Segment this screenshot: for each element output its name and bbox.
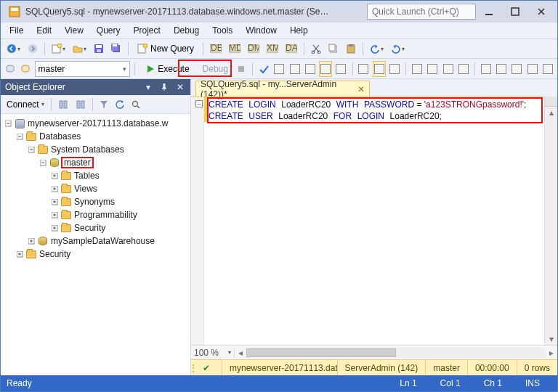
scroll-right-icon[interactable]: ▸	[546, 348, 557, 358]
search-button[interactable]	[129, 97, 143, 113]
expand-icon[interactable]	[15, 250, 24, 258]
tree-node-server[interactable]: mynewserver-20171113.database.w	[1, 117, 190, 130]
estimated-plan-button[interactable]	[272, 61, 286, 77]
new-query-button[interactable]: New Query	[132, 41, 199, 57]
scroll-left-icon[interactable]: ◂	[235, 348, 246, 358]
nav-back-button[interactable]: ▾	[4, 41, 23, 57]
include-stats-button[interactable]	[334, 61, 347, 77]
horizontal-scrollbar[interactable]: ◂ ▸	[235, 348, 557, 358]
menu-edit[interactable]: Edit	[31, 24, 57, 37]
tree-node-tables[interactable]: Tables	[1, 169, 190, 182]
results-text-button[interactable]	[357, 61, 370, 77]
connect-button[interactable]: Connect▾	[4, 97, 47, 113]
save-button[interactable]	[91, 41, 107, 57]
expand-icon[interactable]	[50, 171, 59, 180]
hscroll-track[interactable]	[246, 348, 546, 358]
cut-button[interactable]	[308, 41, 324, 57]
change-connection-button[interactable]	[4, 61, 17, 77]
tree-node-system-databases[interactable]: System Databases	[1, 143, 190, 156]
zoom-combo[interactable]: 100 %▾	[191, 348, 235, 358]
menu-window[interactable]: Window	[240, 24, 283, 37]
menu-debug[interactable]: Debug	[168, 24, 205, 37]
expand-icon[interactable]	[50, 211, 59, 219]
tree-node-programmability[interactable]: Programmability	[1, 208, 190, 221]
specify-values-button[interactable]	[480, 61, 493, 77]
mdx-query-button[interactable]: MDX	[226, 41, 243, 57]
database-selector[interactable]: master ▾	[35, 61, 131, 77]
include-plan-button[interactable]	[319, 61, 332, 77]
undo-button[interactable]: ▾	[367, 41, 387, 57]
vertical-scrollbar[interactable]: ▴ ▾	[544, 97, 557, 345]
parse-button[interactable]	[257, 61, 270, 77]
execute-button[interactable]: Execute	[140, 61, 195, 77]
panel-menu-button[interactable]: ▾	[142, 81, 154, 93]
outdent-button[interactable]	[457, 61, 470, 77]
filter-button[interactable]	[97, 97, 111, 113]
scroll-up-icon[interactable]: ▴	[545, 107, 557, 118]
code-editor[interactable]: – CREATE LOGIN LoaderRC20 WITH PASSWORD …	[191, 97, 544, 345]
refresh-button[interactable]	[113, 97, 127, 113]
collapse-icon[interactable]	[15, 132, 24, 141]
query-options-button[interactable]	[288, 61, 302, 77]
minimize-button[interactable]	[476, 3, 502, 20]
results-grid-button[interactable]	[373, 61, 386, 77]
expand-icon[interactable]	[50, 224, 59, 232]
menu-file[interactable]: File	[4, 24, 29, 37]
indent-button[interactable]	[441, 61, 454, 77]
split-button[interactable]	[545, 97, 557, 107]
close-button[interactable]	[528, 3, 554, 20]
extra-1-button[interactable]	[510, 61, 523, 77]
object-explorer-tree[interactable]: mynewserver-20171113.database.w Database…	[1, 114, 190, 375]
dax-query-button[interactable]: DAX	[283, 41, 300, 57]
menu-query[interactable]: Query	[91, 24, 126, 37]
tree-node-databases[interactable]: Databases	[1, 130, 190, 143]
editor-tab-active[interactable]: SQLQuery5.sql - my...ServerAdmin (142))*…	[195, 81, 370, 97]
cancel-query-button[interactable]	[235, 61, 248, 77]
tree-node-views[interactable]: Views	[1, 182, 190, 195]
scroll-track[interactable]	[545, 118, 557, 333]
outline-toggle[interactable]: –	[195, 100, 203, 107]
extra-2-button[interactable]	[525, 61, 538, 77]
tree-node-security-inner[interactable]: Security	[1, 221, 190, 234]
template-browser-button[interactable]	[495, 61, 508, 77]
intellisense-button[interactable]	[304, 61, 317, 77]
de-query-button[interactable]: DE	[207, 41, 225, 57]
tree-node-security-top[interactable]: Security	[1, 248, 190, 261]
collapse-icon[interactable]	[39, 158, 47, 167]
nav-fwd-button[interactable]	[25, 41, 41, 57]
expand-icon[interactable]	[27, 237, 36, 245]
tree-node-synonyms[interactable]: Synonyms	[1, 195, 190, 208]
redo-button[interactable]: ▾	[388, 41, 408, 57]
collapse-icon[interactable]	[4, 119, 12, 128]
expand-icon[interactable]	[50, 197, 59, 206]
close-tab-icon[interactable]: ✕	[357, 84, 365, 94]
tree-node-sampledw[interactable]: mySampleDataWarehouse	[1, 234, 190, 248]
extra-3-button[interactable]	[541, 61, 554, 77]
disconnect-button[interactable]	[55, 97, 71, 113]
dmx-query-button[interactable]: DMX	[245, 41, 262, 57]
available-db-icon[interactable]	[19, 61, 32, 77]
quick-launch-input[interactable]	[367, 4, 476, 20]
save-all-button[interactable]	[108, 41, 124, 57]
expand-icon[interactable]	[50, 184, 59, 193]
results-file-button[interactable]	[388, 61, 401, 77]
uncomment-button[interactable]	[426, 61, 439, 77]
copy-button[interactable]	[326, 41, 341, 57]
hscroll-thumb[interactable]	[246, 348, 396, 357]
menu-tools[interactable]: Tools	[206, 24, 238, 37]
menu-help[interactable]: Help	[284, 24, 314, 37]
open-file-button[interactable]: ▾	[70, 41, 89, 57]
paste-button[interactable]	[343, 41, 359, 57]
pin-icon[interactable]	[158, 81, 170, 93]
maximize-button[interactable]	[502, 3, 528, 20]
stop-button[interactable]	[73, 97, 89, 113]
collapse-icon[interactable]	[27, 145, 36, 154]
tree-node-master[interactable]: master	[1, 156, 190, 169]
close-panel-button[interactable]: ✕	[174, 81, 186, 93]
menu-project[interactable]: Project	[128, 24, 166, 37]
new-project-button[interactable]: ▾	[49, 41, 68, 57]
comment-button[interactable]	[411, 61, 424, 77]
scroll-down-icon[interactable]: ▾	[545, 333, 557, 345]
xmla-query-button[interactable]: XMLA	[264, 41, 281, 57]
menu-view[interactable]: View	[59, 24, 89, 37]
